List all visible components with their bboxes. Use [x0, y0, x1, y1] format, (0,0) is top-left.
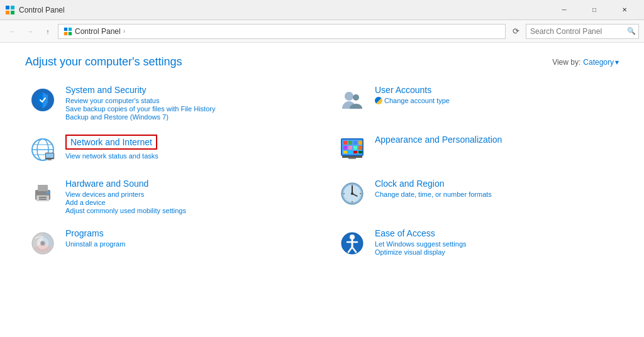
svg-rect-5 [69, 27, 72, 30]
svg-rect-39 [39, 197, 47, 198]
programs-link-1[interactable]: Uninstall a program [65, 240, 307, 248]
clock-region-name[interactable]: Clock and Region [375, 179, 616, 189]
svg-rect-1 [11, 6, 14, 9]
user-accounts-icon [337, 85, 367, 115]
programs-icon [28, 228, 58, 258]
ease-of-access-link-1[interactable]: Let Windows suggest settings [375, 240, 616, 248]
svg-rect-21 [343, 141, 347, 145]
svg-point-10 [353, 94, 359, 101]
back-button[interactable]: ← [5, 24, 20, 39]
ease-of-access-text: Ease of Access Let Windows suggest setti… [375, 228, 616, 256]
titlebar-icon [5, 5, 15, 15]
svg-rect-40 [39, 199, 47, 200]
network-internet-text: Network and Internet View network status… [65, 135, 307, 160]
svg-rect-7 [69, 31, 72, 35]
ease-of-access-name[interactable]: Ease of Access [375, 228, 616, 238]
appearance-icon [337, 135, 367, 165]
address-path-text: Control Panel [75, 27, 121, 36]
categories-grid: System and Security Review your computer… [25, 81, 619, 262]
network-internet-name[interactable]: Network and Internet [65, 135, 157, 150]
programs-name[interactable]: Programs [65, 228, 307, 238]
category-programs: Programs Uninstall a program [25, 224, 309, 262]
search-input[interactable] [530, 27, 625, 36]
system-security-link-3[interactable]: Backup and Restore (Windows 7) [65, 113, 307, 121]
programs-text: Programs Uninstall a program [65, 228, 307, 248]
user-accounts-text: User Accounts Change account type [375, 85, 616, 104]
clock-region-icon [337, 179, 367, 209]
ease-of-access-icon [337, 228, 367, 258]
category-clock-region: Clock and Region Change date, time, or n… [335, 175, 619, 218]
svg-rect-36 [36, 195, 49, 201]
category-hardware-sound: Hardware and Sound View devices and prin… [25, 175, 309, 218]
svg-rect-0 [6, 6, 9, 9]
svg-rect-28 [358, 146, 362, 150]
network-internet-icon [28, 135, 58, 165]
category-system-security: System and Security Review your computer… [25, 81, 309, 124]
system-security-link-2[interactable]: Save backup copies of your files with Fi… [65, 105, 307, 113]
hardware-sound-link-2[interactable]: Add a device [65, 199, 307, 206]
addressbar: ← → ↑ Control Panel › ⟳ 🔍 [0, 20, 644, 43]
up-button[interactable]: ↑ [40, 24, 55, 39]
search-box[interactable]: 🔍 [526, 24, 639, 39]
system-security-icon [28, 85, 58, 115]
system-security-text: System and Security Review your computer… [65, 85, 307, 121]
svg-rect-22 [348, 141, 352, 145]
svg-point-41 [47, 191, 49, 194]
ease-of-access-link-2[interactable]: Optimize visual display [375, 248, 616, 256]
category-user-accounts: User Accounts Change account type [335, 81, 619, 124]
address-path[interactable]: Control Panel › [58, 24, 506, 39]
svg-rect-2 [6, 11, 9, 14]
hardware-sound-link-3[interactable]: Adjust commonly used mobility settings [65, 207, 307, 214]
titlebar-title: Control Panel [19, 6, 550, 14]
svg-rect-29 [343, 151, 347, 153]
category-appearance: Appearance and Personalization [335, 131, 619, 168]
svg-rect-38 [36, 195, 49, 196]
svg-rect-6 [64, 31, 67, 35]
svg-rect-4 [64, 27, 67, 30]
hardware-sound-icon [28, 179, 58, 209]
maximize-button[interactable]: □ [580, 0, 609, 20]
viewby-label: View by: [552, 58, 580, 67]
shield-badge-icon [375, 97, 382, 104]
svg-rect-24 [358, 141, 362, 145]
svg-rect-18 [48, 159, 52, 160]
clock-region-text: Clock and Region Change date, time, or n… [375, 179, 616, 198]
appearance-text: Appearance and Personalization [375, 135, 616, 146]
network-internet-link-1[interactable]: View network status and tasks [65, 152, 307, 160]
svg-rect-26 [348, 146, 352, 150]
minimize-button[interactable]: ─ [550, 0, 579, 20]
hardware-sound-text: Hardware and Sound View devices and prin… [65, 179, 307, 214]
svg-point-9 [345, 92, 353, 101]
appearance-name[interactable]: Appearance and Personalization [375, 135, 616, 145]
system-security-name[interactable]: System and Security [65, 85, 307, 95]
viewby: View by: Category ▾ [552, 58, 619, 67]
forward-button[interactable]: → [23, 24, 38, 39]
page-title: Adjust your computer's settings [25, 55, 182, 69]
hardware-sound-link-1[interactable]: View devices and printers [65, 191, 307, 198]
svg-rect-30 [348, 151, 352, 153]
svg-rect-25 [343, 146, 347, 150]
svg-rect-32 [358, 151, 362, 153]
user-accounts-link-1[interactable]: Change account type [375, 97, 616, 104]
titlebar-controls: ─ □ ✕ [550, 0, 639, 20]
svg-rect-17 [46, 153, 53, 158]
user-accounts-name[interactable]: User Accounts [375, 85, 616, 95]
category-ease-of-access: Ease of Access Let Windows suggest setti… [335, 224, 619, 262]
system-security-link-1[interactable]: Review your computer's status [65, 97, 307, 104]
svg-rect-37 [38, 185, 48, 191]
close-button[interactable]: ✕ [610, 0, 639, 20]
category-network-internet: Network and Internet View network status… [25, 131, 309, 168]
svg-point-46 [351, 192, 353, 195]
hardware-sound-name[interactable]: Hardware and Sound [65, 179, 307, 189]
svg-rect-23 [353, 141, 357, 145]
viewby-dropdown[interactable]: Category ▾ [583, 58, 619, 67]
svg-rect-3 [11, 11, 14, 14]
svg-rect-27 [353, 146, 357, 150]
main-content: Adjust your computer's settings View by:… [0, 43, 644, 337]
clock-region-link-1[interactable]: Change date, time, or number formats [375, 191, 616, 198]
titlebar: Control Panel ─ □ ✕ [0, 0, 644, 20]
svg-rect-31 [353, 151, 357, 153]
svg-rect-34 [342, 156, 362, 158]
address-chevron: › [123, 28, 125, 35]
refresh-button[interactable]: ⟳ [508, 24, 523, 39]
